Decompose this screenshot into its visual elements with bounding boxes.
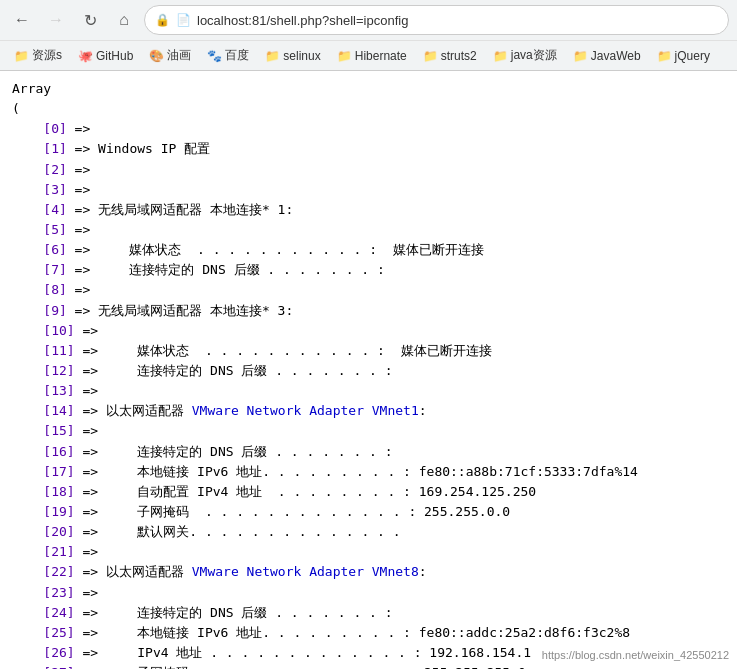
line-index: [23] xyxy=(12,585,75,600)
output-line: [24] => 连接特定的 DNS 后缀 . . . . . . . : xyxy=(12,603,725,623)
bookmark-item-4[interactable]: 📁selinux xyxy=(259,47,326,65)
output-line: [17] => 本地链接 IPv6 地址. . . . . . . . . : … xyxy=(12,462,725,482)
line-index: [8] xyxy=(12,282,67,297)
line-content: => 以太网适配器 VMware Network Adapter VMnet8: xyxy=(75,564,427,579)
forward-button[interactable]: → xyxy=(42,6,70,34)
line-content: => IPv4 地址 . . . . . . . . . . . . . : 1… xyxy=(75,645,531,660)
output-line: [4] => 无线局域网适配器 本地连接* 1: xyxy=(12,200,725,220)
line-content: ( xyxy=(12,101,20,116)
line-index: [18] xyxy=(12,484,75,499)
bookmark-label: selinux xyxy=(283,49,320,63)
bookmark-item-9[interactable]: 📁jQuery xyxy=(651,47,716,65)
line-index: [27] xyxy=(12,665,75,669)
line-index: [26] xyxy=(12,645,75,660)
bookmark-icon: 🎨 xyxy=(149,49,164,63)
bookmark-label: Hibernate xyxy=(355,49,407,63)
back-button[interactable]: ← xyxy=(8,6,36,34)
line-content: => xyxy=(67,162,90,177)
line-content: Array xyxy=(12,81,51,96)
line-index: [3] xyxy=(12,182,67,197)
line-content: => 连接特定的 DNS 后缀 . . . . . . . : xyxy=(67,262,385,277)
line-content: => xyxy=(67,182,90,197)
output-line: [7] => 连接特定的 DNS 后缀 . . . . . . . : xyxy=(12,260,725,280)
bookmark-item-1[interactable]: 🐙GitHub xyxy=(72,47,139,65)
watermark: https://blog.csdn.net/weixin_42550212 xyxy=(542,649,729,661)
line-index: [21] xyxy=(12,544,75,559)
bookmark-icon: 📁 xyxy=(493,49,508,63)
bookmark-label: 百度 xyxy=(225,47,249,64)
home-button[interactable]: ⌂ xyxy=(110,6,138,34)
bookmark-icon: 📁 xyxy=(423,49,438,63)
output-line: [10] => xyxy=(12,321,725,341)
line-content: => 媒体状态 . . . . . . . . . . . : 媒体已断开连接 xyxy=(67,242,484,257)
line-index: [9] xyxy=(12,303,67,318)
bookmark-icon: 🐙 xyxy=(78,49,93,63)
bookmark-icon: 📁 xyxy=(265,49,280,63)
line-content: => 媒体状态 . . . . . . . . . . . : 媒体已断开连接 xyxy=(75,343,492,358)
line-content: => 自动配置 IPv4 地址 . . . . . . . . : 169.25… xyxy=(75,484,537,499)
line-index: [0] xyxy=(12,121,67,136)
line-index: [17] xyxy=(12,464,75,479)
output-line: [19] => 子网掩码 . . . . . . . . . . . . . :… xyxy=(12,502,725,522)
output-line: [23] => xyxy=(12,583,725,603)
line-index: [10] xyxy=(12,323,75,338)
bookmark-item-8[interactable]: 📁JavaWeb xyxy=(567,47,647,65)
line-index: [20] xyxy=(12,524,75,539)
line-content: => 连接特定的 DNS 后缀 . . . . . . . : xyxy=(75,444,393,459)
output-line: [6] => 媒体状态 . . . . . . . . . . . : 媒体已断… xyxy=(12,240,725,260)
output-line: [12] => 连接特定的 DNS 后缀 . . . . . . . : xyxy=(12,361,725,381)
bookmark-label: GitHub xyxy=(96,49,133,63)
output-line: [25] => 本地链接 IPv6 地址. . . . . . . . . : … xyxy=(12,623,725,643)
line-content: => 默认网关. . . . . . . . . . . . . . xyxy=(75,524,401,539)
line-index: [6] xyxy=(12,242,67,257)
security-icon: 🔒 xyxy=(155,13,170,27)
reload-button[interactable]: ↻ xyxy=(76,6,104,34)
bookmark-icon: 📁 xyxy=(14,49,29,63)
line-content: => 本地链接 IPv6 地址. . . . . . . . . : fe80:… xyxy=(75,625,630,640)
bookmark-item-2[interactable]: 🎨油画 xyxy=(143,45,197,66)
line-index: [24] xyxy=(12,605,75,620)
output-line: [16] => 连接特定的 DNS 后缀 . . . . . . . : xyxy=(12,442,725,462)
bookmark-item-6[interactable]: 📁struts2 xyxy=(417,47,483,65)
bookmark-label: 油画 xyxy=(167,47,191,64)
output-line: ( xyxy=(12,99,725,119)
line-content: => 无线局域网适配器 本地连接* 3: xyxy=(67,303,293,318)
bookmark-icon: 📁 xyxy=(337,49,352,63)
line-index: [1] xyxy=(12,141,67,156)
bookmark-item-5[interactable]: 📁Hibernate xyxy=(331,47,413,65)
bookmark-item-3[interactable]: 🐾百度 xyxy=(201,45,255,66)
browser-chrome: ← → ↻ ⌂ 🔒 📄 📁资源s🐙GitHub🎨油画🐾百度📁selinux📁Hi… xyxy=(0,0,737,71)
bookmarks-bar: 📁资源s🐙GitHub🎨油画🐾百度📁selinux📁Hibernate📁stru… xyxy=(0,40,737,70)
line-index: [12] xyxy=(12,363,75,378)
line-index: [7] xyxy=(12,262,67,277)
line-index: [14] xyxy=(12,403,75,418)
line-index: [15] xyxy=(12,423,75,438)
address-bar[interactable]: 🔒 📄 xyxy=(144,5,729,35)
line-index: [25] xyxy=(12,625,75,640)
line-index: [2] xyxy=(12,162,67,177)
line-content: => xyxy=(75,383,98,398)
line-content: => 子网掩码 . . . . . . . . . . . . . : 255.… xyxy=(75,504,511,519)
bookmark-item-0[interactable]: 📁资源s xyxy=(8,45,68,66)
line-index: [5] xyxy=(12,222,67,237)
output-line: [18] => 自动配置 IPv4 地址 . . . . . . . . : 1… xyxy=(12,482,725,502)
output-line: [9] => 无线局域网适配器 本地连接* 3: xyxy=(12,301,725,321)
bookmark-item-7[interactable]: 📁java资源 xyxy=(487,45,563,66)
output-line: [5] => xyxy=(12,220,725,240)
browser-toolbar: ← → ↻ ⌂ 🔒 📄 xyxy=(0,0,737,40)
url-input[interactable] xyxy=(197,13,718,28)
line-content: => xyxy=(67,222,90,237)
line-content: => xyxy=(67,121,90,136)
page-icon: 📄 xyxy=(176,13,191,27)
line-index: [4] xyxy=(12,202,67,217)
bookmark-label: JavaWeb xyxy=(591,49,641,63)
bookmark-label: 资源s xyxy=(32,47,62,64)
output-line: [8] => xyxy=(12,280,725,300)
output-line: [14] => 以太网适配器 VMware Network Adapter VM… xyxy=(12,401,725,421)
output-line: [22] => 以太网适配器 VMware Network Adapter VM… xyxy=(12,562,725,582)
bookmark-icon: 🐾 xyxy=(207,49,222,63)
line-content: => xyxy=(75,544,98,559)
line-content: => 以太网适配器 VMware Network Adapter VMnet1: xyxy=(75,403,427,418)
output-line: [21] => xyxy=(12,542,725,562)
output-line: [13] => xyxy=(12,381,725,401)
